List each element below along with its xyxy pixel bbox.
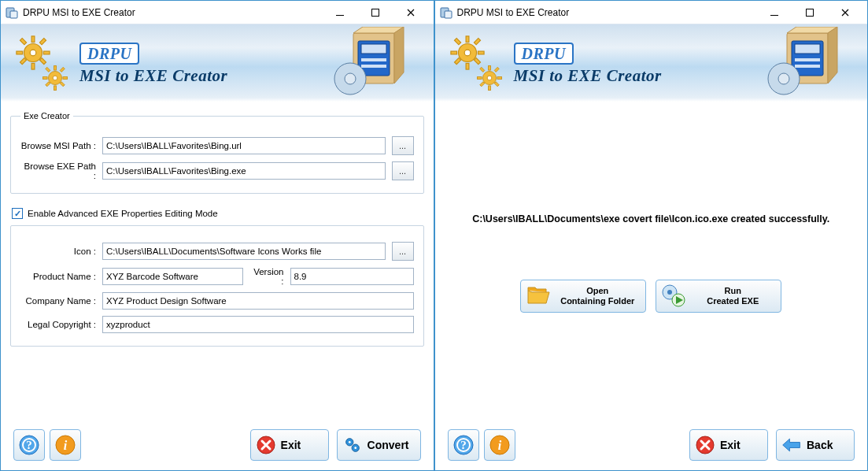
exe-row: Browse EXE Path : ... [20, 161, 414, 180]
back-label: Back [807, 439, 833, 451]
svg-rect-15 [54, 65, 57, 70]
svg-rect-6 [31, 63, 35, 69]
help-button[interactable]: ? [13, 429, 45, 461]
svg-point-40 [354, 447, 356, 449]
svg-rect-46 [466, 36, 469, 43]
msi-path-input[interactable] [102, 137, 386, 154]
svg-rect-52 [474, 39, 480, 45]
close-button[interactable] [393, 5, 429, 20]
svg-rect-63 [479, 82, 484, 87]
close-icon [256, 435, 276, 455]
product-name-label: Product Name : [20, 272, 96, 281]
minimize-button[interactable] [756, 5, 792, 20]
svg-rect-3 [372, 9, 379, 16]
browse-icon-button[interactable]: ... [392, 242, 414, 261]
exit-label: Exit [281, 439, 301, 451]
svg-rect-57 [488, 86, 490, 91]
help-button[interactable]: ? [448, 429, 479, 461]
svg-rect-9 [20, 39, 26, 45]
svg-rect-19 [46, 67, 50, 72]
maximize-button[interactable] [792, 5, 827, 20]
svg-rect-10 [39, 57, 46, 64]
svg-point-13 [30, 50, 36, 56]
legal-copyright-input[interactable] [102, 316, 414, 333]
svg-rect-59 [497, 77, 501, 80]
browse-exe-button[interactable]: ... [392, 161, 414, 180]
svg-rect-60 [479, 67, 484, 72]
svg-point-30 [345, 73, 356, 84]
run-created-exe-button[interactable]: Run Created EXE [656, 280, 781, 313]
close-icon [695, 435, 715, 455]
run-line2: Created EXE [707, 296, 759, 306]
maximize-button[interactable] [358, 5, 393, 20]
banner: DRPU MSI to EXE Creator [435, 24, 868, 103]
svg-point-73 [667, 290, 672, 295]
back-button[interactable]: Back [776, 429, 855, 461]
icon-label: Icon : [20, 247, 96, 256]
advanced-label: Enable Advanced EXE Properties Editing M… [28, 209, 218, 218]
svg-rect-42 [445, 11, 452, 18]
close-button[interactable] [827, 5, 862, 20]
svg-rect-12 [20, 57, 26, 64]
window-title: DRPU MSI to EXE Creator [457, 7, 757, 18]
app-icon [440, 6, 452, 19]
advanced-checkbox[interactable]: ✓ [12, 208, 23, 219]
content: Exe Creator Browse MSI Path : ... Browse… [1, 103, 434, 423]
convert-button[interactable]: Convert [337, 429, 421, 461]
svg-rect-11 [39, 39, 46, 45]
version-input[interactable] [290, 268, 414, 285]
svg-rect-17 [42, 77, 47, 80]
legal-copyright-label: Legal Copyright : [20, 320, 96, 329]
brand-logo: DRPU [514, 43, 574, 65]
window-left: DRPU MSI to EXE Creator DRPU MSI to EXE … [0, 0, 434, 471]
open-line2: Containing Folder [560, 296, 634, 306]
banner-left: DRPU MSI to EXE Creator [449, 35, 662, 91]
status-message: C:\Users\IBALL\Documents\exe covert file… [472, 213, 829, 224]
svg-rect-43 [770, 15, 778, 16]
svg-rect-53 [454, 57, 460, 64]
open-line1: Open [586, 286, 608, 295]
banner-left: DRPU MSI to EXE Creator [15, 35, 227, 91]
convert-label: Convert [368, 439, 409, 451]
version-label: Version : [249, 267, 284, 286]
exe-label: Browse EXE Path : [20, 161, 96, 180]
open-containing-folder-button[interactable]: Open Containing Folder [520, 280, 646, 313]
svg-rect-22 [46, 82, 50, 87]
exit-button[interactable]: Exit [250, 429, 329, 461]
box-illustration-icon [331, 27, 426, 99]
convert-icon [342, 435, 363, 455]
exe-creator-legend: Exe Creator [20, 111, 73, 121]
svg-rect-44 [806, 9, 813, 16]
svg-rect-49 [478, 51, 484, 54]
company-name-label: Company Name : [20, 296, 96, 306]
svg-text:?: ? [460, 439, 467, 451]
svg-point-64 [487, 76, 492, 80]
svg-text:i: i [497, 439, 501, 452]
info-button[interactable]: i [50, 429, 81, 461]
product-name-input[interactable] [102, 268, 243, 285]
window-title: DRPU MSI to EXE Creator [23, 7, 323, 18]
svg-rect-51 [474, 57, 480, 64]
banner: DRPU MSI to EXE Creator [1, 24, 434, 103]
company-name-input[interactable] [102, 292, 414, 310]
svg-rect-56 [488, 65, 490, 70]
minimize-button[interactable] [323, 5, 358, 20]
svg-text:?: ? [26, 439, 32, 451]
browse-msi-button[interactable]: ... [392, 136, 414, 155]
msi-label: Browse MSI Path : [20, 141, 96, 150]
svg-rect-58 [477, 77, 482, 80]
footer: ? i Exit Back [435, 423, 868, 470]
icon-path-input[interactable] [102, 243, 386, 260]
run-icon [661, 283, 686, 310]
run-line1: Run [725, 286, 741, 295]
svg-rect-7 [17, 51, 23, 54]
info-button[interactable]: i [484, 429, 515, 461]
exit-label: Exit [720, 439, 741, 451]
exit-button[interactable]: Exit [689, 429, 768, 461]
brand-logo: DRPU [79, 43, 139, 65]
brand-subtitle: MSI to EXE Creator [514, 68, 662, 84]
svg-rect-67 [795, 44, 820, 54]
exe-path-input[interactable] [102, 162, 386, 180]
svg-rect-69 [795, 65, 820, 68]
window-right: DRPU MSI to EXE Creator DRPU MSI to EXE … [434, 0, 869, 471]
